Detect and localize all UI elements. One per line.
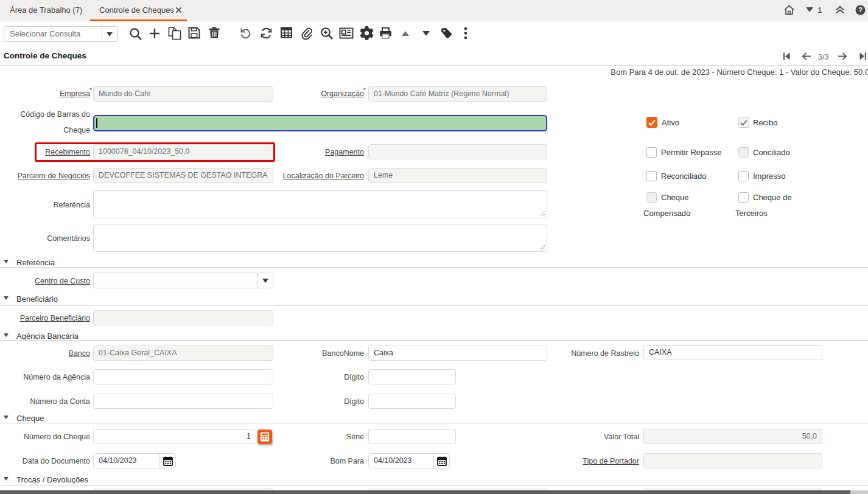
svg-text:?: ? [858, 6, 863, 13]
